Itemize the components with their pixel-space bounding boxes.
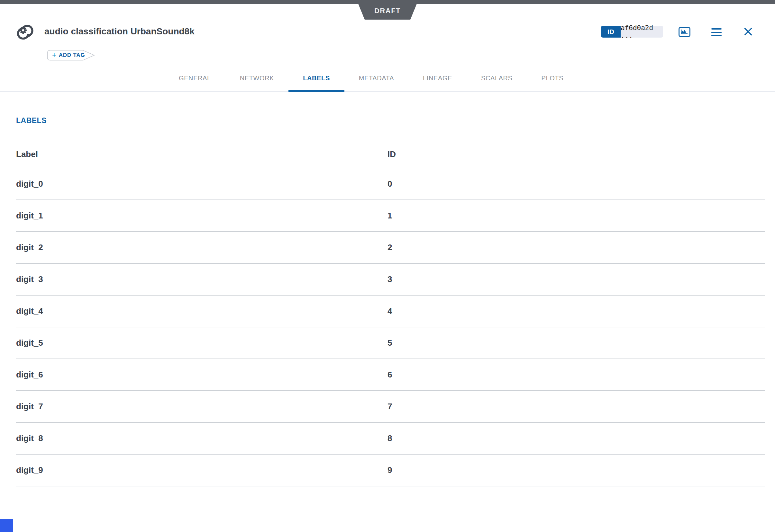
close-icon[interactable]	[744, 27, 753, 37]
id-cell: 3	[388, 274, 765, 284]
tab-label: LINEAGE	[423, 75, 452, 82]
tab-label: NETWORK	[240, 75, 274, 82]
tab-bar: GENERAL NETWORK LABELS METADATA LINEAGE …	[0, 65, 775, 92]
tab-plots[interactable]: PLOTS	[527, 65, 578, 91]
tab-network[interactable]: NETWORK	[226, 65, 289, 91]
label-cell: digit_0	[16, 179, 388, 189]
top-status-bar	[0, 0, 775, 4]
status-ribbon: DRAFT	[358, 4, 417, 20]
tab-label: GENERAL	[179, 75, 211, 82]
tab-lineage[interactable]: LINEAGE	[408, 65, 467, 91]
table-row: digit_1 1	[16, 200, 765, 232]
id-cell: 0	[388, 179, 765, 189]
table-row: digit_8 8	[16, 423, 765, 455]
label-cell: digit_3	[16, 274, 388, 284]
section-title: LABELS	[16, 116, 47, 125]
labels-table: Label ID digit_0 0 digit_1 1 digit_2 2 d…	[16, 148, 765, 486]
plus-icon: +	[52, 52, 57, 59]
table-row: digit_9 9	[16, 455, 765, 486]
id-badge[interactable]: ID af6d0a2d ...	[601, 26, 663, 38]
tab-label: METADATA	[359, 75, 394, 82]
id-cell: 5	[388, 338, 765, 348]
id-cell: 2	[388, 243, 765, 253]
id-badge-label: ID	[601, 26, 621, 38]
plots-preview-icon[interactable]	[679, 27, 690, 38]
id-cell: 9	[388, 465, 765, 475]
label-cell: digit_9	[16, 465, 388, 475]
table-row: digit_0 0	[16, 168, 765, 200]
id-cell: 8	[388, 433, 765, 443]
column-header-id: ID	[388, 148, 765, 159]
table-row: digit_7 7	[16, 391, 765, 423]
experiment-detail-panel: DRAFT audio classification UrbanSound8k …	[0, 0, 775, 532]
page-title: audio classification UrbanSound8k	[44, 26, 195, 37]
table-body: digit_0 0 digit_1 1 digit_2 2 digit_3 3 …	[16, 168, 765, 486]
tab-label: LABELS	[303, 75, 330, 82]
label-cell: digit_1	[16, 211, 388, 221]
id-badge-value: af6d0a2d ...	[621, 26, 663, 38]
add-tag-label: ADD TAG	[59, 52, 85, 58]
column-header-label: Label	[16, 148, 388, 159]
table-row: digit_2 2	[16, 232, 765, 264]
tab-general[interactable]: GENERAL	[164, 65, 226, 91]
id-cell: 6	[388, 370, 765, 380]
add-tag-button[interactable]: + ADD TAG	[47, 50, 95, 61]
table-row: digit_3 3	[16, 264, 765, 296]
status-ribbon-label: DRAFT	[374, 7, 401, 15]
label-cell: digit_4	[16, 306, 388, 316]
label-cell: digit_7	[16, 402, 388, 412]
menu-icon[interactable]	[711, 28, 722, 39]
table-row: digit_5 5	[16, 327, 765, 359]
model-icon	[15, 22, 35, 42]
label-cell: digit_2	[16, 243, 388, 253]
table-header-row: Label ID	[16, 148, 765, 168]
tab-metadata[interactable]: METADATA	[344, 65, 408, 91]
table-row: digit_4 4	[16, 296, 765, 327]
id-cell: 1	[388, 211, 765, 221]
tab-label: PLOTS	[541, 75, 564, 82]
label-cell: digit_6	[16, 370, 388, 380]
label-cell: digit_8	[16, 433, 388, 443]
table-row: digit_6 6	[16, 359, 765, 391]
id-cell: 4	[388, 306, 765, 316]
corner-square	[0, 519, 13, 532]
tab-labels[interactable]: LABELS	[289, 65, 344, 91]
tab-scalars[interactable]: SCALARS	[467, 65, 527, 91]
tab-label: SCALARS	[481, 75, 512, 82]
label-cell: digit_5	[16, 338, 388, 348]
id-cell: 7	[388, 402, 765, 412]
